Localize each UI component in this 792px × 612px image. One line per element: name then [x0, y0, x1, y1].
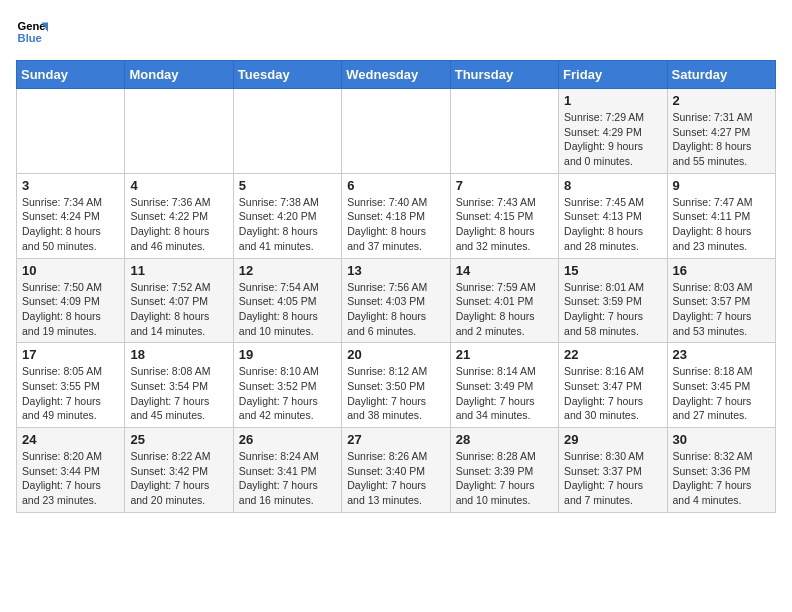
weekday-header: Wednesday — [342, 61, 450, 89]
day-number: 1 — [564, 93, 661, 108]
calendar-cell: 15Sunrise: 8:01 AMSunset: 3:59 PMDayligh… — [559, 258, 667, 343]
day-info: Sunrise: 7:47 AMSunset: 4:11 PMDaylight:… — [673, 195, 770, 254]
calendar-cell — [233, 89, 341, 174]
calendar-cell: 24Sunrise: 8:20 AMSunset: 3:44 PMDayligh… — [17, 428, 125, 513]
day-number: 8 — [564, 178, 661, 193]
calendar-cell: 11Sunrise: 7:52 AMSunset: 4:07 PMDayligh… — [125, 258, 233, 343]
day-info: Sunrise: 8:20 AMSunset: 3:44 PMDaylight:… — [22, 449, 119, 508]
day-info: Sunrise: 8:12 AMSunset: 3:50 PMDaylight:… — [347, 364, 444, 423]
calendar-cell: 19Sunrise: 8:10 AMSunset: 3:52 PMDayligh… — [233, 343, 341, 428]
day-number: 9 — [673, 178, 770, 193]
calendar-cell — [450, 89, 558, 174]
day-info: Sunrise: 8:05 AMSunset: 3:55 PMDaylight:… — [22, 364, 119, 423]
calendar-cell: 27Sunrise: 8:26 AMSunset: 3:40 PMDayligh… — [342, 428, 450, 513]
day-number: 23 — [673, 347, 770, 362]
day-info: Sunrise: 7:56 AMSunset: 4:03 PMDaylight:… — [347, 280, 444, 339]
calendar-body: 1Sunrise: 7:29 AMSunset: 4:29 PMDaylight… — [17, 89, 776, 513]
calendar-cell: 7Sunrise: 7:43 AMSunset: 4:15 PMDaylight… — [450, 173, 558, 258]
day-number: 13 — [347, 263, 444, 278]
weekday-header: Saturday — [667, 61, 775, 89]
calendar-cell: 22Sunrise: 8:16 AMSunset: 3:47 PMDayligh… — [559, 343, 667, 428]
day-number: 20 — [347, 347, 444, 362]
day-info: Sunrise: 7:29 AMSunset: 4:29 PMDaylight:… — [564, 110, 661, 169]
day-info: Sunrise: 7:43 AMSunset: 4:15 PMDaylight:… — [456, 195, 553, 254]
day-number: 21 — [456, 347, 553, 362]
calendar-cell: 18Sunrise: 8:08 AMSunset: 3:54 PMDayligh… — [125, 343, 233, 428]
day-number: 16 — [673, 263, 770, 278]
calendar-cell: 3Sunrise: 7:34 AMSunset: 4:24 PMDaylight… — [17, 173, 125, 258]
day-number: 11 — [130, 263, 227, 278]
day-number: 5 — [239, 178, 336, 193]
day-number: 12 — [239, 263, 336, 278]
weekday-header: Sunday — [17, 61, 125, 89]
calendar-cell: 13Sunrise: 7:56 AMSunset: 4:03 PMDayligh… — [342, 258, 450, 343]
calendar-cell: 26Sunrise: 8:24 AMSunset: 3:41 PMDayligh… — [233, 428, 341, 513]
day-info: Sunrise: 8:24 AMSunset: 3:41 PMDaylight:… — [239, 449, 336, 508]
logo: General Blue — [16, 16, 48, 48]
day-number: 6 — [347, 178, 444, 193]
calendar-cell: 25Sunrise: 8:22 AMSunset: 3:42 PMDayligh… — [125, 428, 233, 513]
calendar-cell: 16Sunrise: 8:03 AMSunset: 3:57 PMDayligh… — [667, 258, 775, 343]
day-info: Sunrise: 8:14 AMSunset: 3:49 PMDaylight:… — [456, 364, 553, 423]
weekday-header: Friday — [559, 61, 667, 89]
calendar-cell: 20Sunrise: 8:12 AMSunset: 3:50 PMDayligh… — [342, 343, 450, 428]
day-info: Sunrise: 8:32 AMSunset: 3:36 PMDaylight:… — [673, 449, 770, 508]
calendar-cell: 30Sunrise: 8:32 AMSunset: 3:36 PMDayligh… — [667, 428, 775, 513]
day-info: Sunrise: 7:34 AMSunset: 4:24 PMDaylight:… — [22, 195, 119, 254]
day-info: Sunrise: 8:10 AMSunset: 3:52 PMDaylight:… — [239, 364, 336, 423]
weekday-header: Monday — [125, 61, 233, 89]
day-info: Sunrise: 8:16 AMSunset: 3:47 PMDaylight:… — [564, 364, 661, 423]
calendar-cell: 23Sunrise: 8:18 AMSunset: 3:45 PMDayligh… — [667, 343, 775, 428]
day-info: Sunrise: 7:45 AMSunset: 4:13 PMDaylight:… — [564, 195, 661, 254]
day-number: 4 — [130, 178, 227, 193]
weekday-header: Tuesday — [233, 61, 341, 89]
day-number: 22 — [564, 347, 661, 362]
calendar: SundayMondayTuesdayWednesdayThursdayFrid… — [16, 60, 776, 513]
page-header: General Blue — [16, 16, 776, 48]
calendar-cell: 2Sunrise: 7:31 AMSunset: 4:27 PMDaylight… — [667, 89, 775, 174]
day-info: Sunrise: 8:22 AMSunset: 3:42 PMDaylight:… — [130, 449, 227, 508]
day-info: Sunrise: 8:30 AMSunset: 3:37 PMDaylight:… — [564, 449, 661, 508]
svg-text:General: General — [18, 20, 48, 32]
day-number: 15 — [564, 263, 661, 278]
day-info: Sunrise: 8:08 AMSunset: 3:54 PMDaylight:… — [130, 364, 227, 423]
calendar-cell: 21Sunrise: 8:14 AMSunset: 3:49 PMDayligh… — [450, 343, 558, 428]
calendar-cell: 6Sunrise: 7:40 AMSunset: 4:18 PMDaylight… — [342, 173, 450, 258]
calendar-cell: 17Sunrise: 8:05 AMSunset: 3:55 PMDayligh… — [17, 343, 125, 428]
day-number: 30 — [673, 432, 770, 447]
calendar-cell: 8Sunrise: 7:45 AMSunset: 4:13 PMDaylight… — [559, 173, 667, 258]
day-number: 3 — [22, 178, 119, 193]
day-number: 10 — [22, 263, 119, 278]
weekday-header: Thursday — [450, 61, 558, 89]
day-number: 25 — [130, 432, 227, 447]
day-number: 17 — [22, 347, 119, 362]
day-number: 24 — [22, 432, 119, 447]
day-info: Sunrise: 7:40 AMSunset: 4:18 PMDaylight:… — [347, 195, 444, 254]
day-info: Sunrise: 7:52 AMSunset: 4:07 PMDaylight:… — [130, 280, 227, 339]
day-info: Sunrise: 8:18 AMSunset: 3:45 PMDaylight:… — [673, 364, 770, 423]
calendar-cell: 10Sunrise: 7:50 AMSunset: 4:09 PMDayligh… — [17, 258, 125, 343]
day-info: Sunrise: 8:03 AMSunset: 3:57 PMDaylight:… — [673, 280, 770, 339]
calendar-cell: 28Sunrise: 8:28 AMSunset: 3:39 PMDayligh… — [450, 428, 558, 513]
calendar-cell: 4Sunrise: 7:36 AMSunset: 4:22 PMDaylight… — [125, 173, 233, 258]
calendar-cell: 29Sunrise: 8:30 AMSunset: 3:37 PMDayligh… — [559, 428, 667, 513]
day-info: Sunrise: 7:38 AMSunset: 4:20 PMDaylight:… — [239, 195, 336, 254]
logo-icon: General Blue — [16, 16, 48, 48]
svg-text:Blue: Blue — [18, 32, 42, 44]
calendar-cell — [342, 89, 450, 174]
day-number: 7 — [456, 178, 553, 193]
calendar-cell: 9Sunrise: 7:47 AMSunset: 4:11 PMDaylight… — [667, 173, 775, 258]
day-info: Sunrise: 7:59 AMSunset: 4:01 PMDaylight:… — [456, 280, 553, 339]
calendar-cell: 14Sunrise: 7:59 AMSunset: 4:01 PMDayligh… — [450, 258, 558, 343]
day-number: 2 — [673, 93, 770, 108]
day-number: 28 — [456, 432, 553, 447]
calendar-cell — [125, 89, 233, 174]
day-info: Sunrise: 7:36 AMSunset: 4:22 PMDaylight:… — [130, 195, 227, 254]
day-info: Sunrise: 7:31 AMSunset: 4:27 PMDaylight:… — [673, 110, 770, 169]
day-number: 14 — [456, 263, 553, 278]
day-info: Sunrise: 7:54 AMSunset: 4:05 PMDaylight:… — [239, 280, 336, 339]
day-info: Sunrise: 8:26 AMSunset: 3:40 PMDaylight:… — [347, 449, 444, 508]
day-info: Sunrise: 8:01 AMSunset: 3:59 PMDaylight:… — [564, 280, 661, 339]
day-number: 18 — [130, 347, 227, 362]
calendar-cell: 12Sunrise: 7:54 AMSunset: 4:05 PMDayligh… — [233, 258, 341, 343]
